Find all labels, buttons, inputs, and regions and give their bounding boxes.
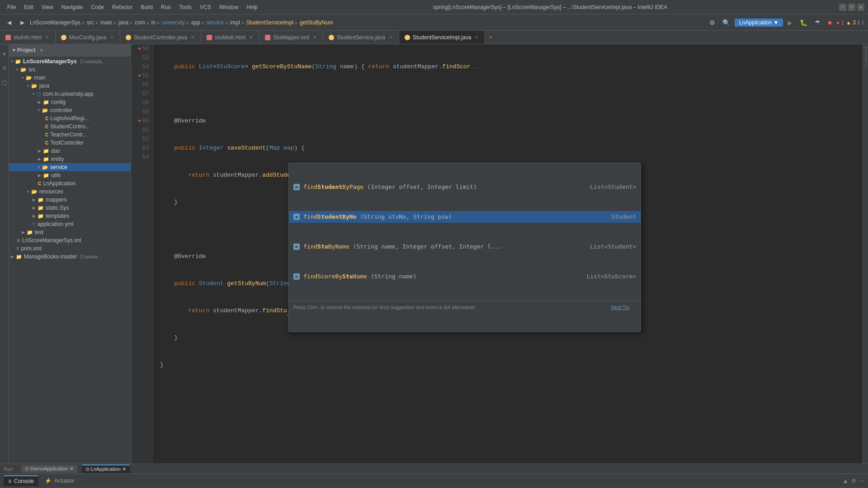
project-dropdown[interactable]: ▼: [39, 48, 44, 53]
tree-entity[interactable]: ▶ 📁 entity: [9, 155, 131, 163]
menu-edit[interactable]: Edit: [20, 2, 37, 12]
tab-studentcontroller[interactable]: StudentController.java ✕: [120, 31, 201, 44]
tree-java[interactable]: ▾ 📂 java: [9, 82, 131, 90]
code-content[interactable]: public List<StuScore> getScoreByStuName(…: [153, 44, 863, 464]
ac-item-findstu byname[interactable]: m findStuByName (String name, Integer of…: [289, 241, 641, 253]
breadcrumb-src[interactable]: src: [87, 19, 94, 26]
run-close-icon[interactable]: —: [859, 478, 864, 484]
menu-vcs[interactable]: VCS: [196, 2, 215, 12]
more-tabs-button[interactable]: »: [485, 32, 496, 42]
coverage-button[interactable]: ☂: [812, 18, 823, 28]
breadcrumb-method[interactable]: getStuByNum: [300, 19, 333, 26]
run-settings-icon[interactable]: ⚙: [851, 478, 856, 484]
code-editor[interactable]: ●50 53 54 ●55 56 57 58 59 ●60 61 62 63 6…: [131, 44, 863, 464]
tree-testcontroller[interactable]: C TestController: [9, 139, 131, 147]
tree-resources[interactable]: ▾ 📂 resources: [9, 188, 131, 196]
breadcrumb-java[interactable]: java: [118, 19, 128, 26]
tree-pomxml[interactable]: X pom.xml: [9, 244, 131, 253]
tree-test[interactable]: ▶ 📁 test: [9, 228, 131, 236]
tree-label: config: [51, 99, 66, 105]
favorites-icon[interactable]: ★: [0, 48, 8, 59]
tab-close[interactable]: ✕: [44, 34, 50, 41]
menu-navigate[interactable]: Navigate: [58, 2, 86, 12]
tree-loginandregi[interactable]: C LoginAndRegi...: [9, 114, 131, 122]
tab-stumodi[interactable]: stuModi.html ✕: [201, 31, 259, 44]
debug-button[interactable]: 🐛: [797, 18, 810, 28]
minimize-button[interactable]: ─: [839, 4, 846, 11]
breadcrumb-impl[interactable]: impl: [230, 19, 240, 26]
autocomplete-popup[interactable]: m findStudentByPage (Integer offset, Int…: [288, 163, 641, 332]
tab-studentservice[interactable]: StudentService.java ✕: [323, 31, 399, 44]
breadcrumb-ln[interactable]: ln: [151, 19, 156, 26]
tree-studentcontro[interactable]: C StudentContro...: [9, 122, 131, 131]
forward-button[interactable]: ▶: [17, 18, 28, 28]
breadcrumb-app[interactable]: app: [191, 19, 200, 26]
menu-code[interactable]: Code: [87, 2, 108, 12]
menu-help[interactable]: Help: [243, 2, 261, 12]
tree-dao[interactable]: ▶ 📁 dao: [9, 147, 131, 155]
run-subtab-console[interactable]: ≡ Console: [4, 475, 38, 486]
structure-icon[interactable]: ≡: [0, 63, 8, 74]
search-button[interactable]: 🔍: [720, 18, 733, 28]
menu-window[interactable]: Window: [216, 2, 242, 12]
tree-teachercontr[interactable]: C TeacherContr...: [9, 131, 131, 139]
menu-tools[interactable]: Tools: [175, 2, 195, 12]
run-up-button[interactable]: ▲: [842, 477, 849, 484]
tree-service[interactable]: ▾ 📂 service: [9, 163, 131, 171]
tab-close[interactable]: ✕: [312, 34, 317, 41]
breadcrumb-com[interactable]: com: [135, 19, 145, 26]
tree-config[interactable]: ▶ 📁 config: [9, 98, 131, 106]
close-button[interactable]: ✕: [857, 4, 864, 11]
menu-refactor[interactable]: Refactor: [108, 2, 136, 12]
tab-stuinfo[interactable]: stuInfo.html ✕: [0, 31, 56, 44]
tab-close[interactable]: ✕: [190, 34, 195, 41]
ac-settings-icon[interactable]: ⋮: [631, 303, 636, 312]
tree-com-ln[interactable]: ▾ ⬡ com.ln.university.app: [9, 90, 131, 98]
tab-close[interactable]: ✕: [248, 34, 254, 41]
breadcrumb-main[interactable]: main: [100, 19, 112, 26]
menu-view[interactable]: View: [38, 2, 57, 12]
tree-main[interactable]: ▾ 📂 main: [9, 74, 131, 82]
run-config-dropdown[interactable]: LnApplication ▼: [735, 19, 783, 27]
menu-build[interactable]: Build: [137, 2, 156, 12]
run-subtab-actuator[interactable]: ⚡ Actuator: [40, 476, 79, 486]
settings-button[interactable]: ⚙: [707, 18, 718, 28]
breadcrumb-project[interactable]: LnScoreManagerSys: [30, 19, 80, 26]
tab-studentserviceimpl[interactable]: StudentServiceImpl.java ✕: [399, 31, 485, 44]
ac-item-findstudentbypage[interactable]: m findStudentByPage (Integer offset, Int…: [289, 181, 641, 193]
bookmark-icon[interactable]: ⬡: [0, 77, 9, 89]
next-tip-link[interactable]: Next Tip: [611, 303, 629, 312]
tab-stumapper[interactable]: StuMapper.xml ✕: [259, 31, 323, 44]
tree-label: com.ln.university.app: [43, 91, 94, 97]
error-bar: Run: ⊙ DemoApplication ✕ ⊙ LnApplication…: [0, 464, 868, 474]
tree-templates[interactable]: ▶ 📁 templates: [9, 212, 131, 220]
back-button[interactable]: ◀: [4, 18, 15, 28]
tree-src[interactable]: ▾ 📂 src: [9, 66, 131, 74]
project-header[interactable]: ▾ Project ▼: [9, 44, 131, 56]
breadcrumb-service[interactable]: service: [207, 19, 224, 26]
ac-item-findstudentbyno[interactable]: m findStudentByNo (String stuNo, String …: [289, 211, 641, 223]
run-play-button[interactable]: ▶: [785, 18, 795, 28]
tree-application-yml[interactable]: Y application.yml: [9, 220, 131, 228]
tree-mappers[interactable]: ▶ 📁 mappers: [9, 196, 131, 204]
maximize-button[interactable]: □: [848, 4, 855, 11]
run-tab-demo[interactable]: ⊙ DemoApplication ✕: [21, 465, 77, 473]
run-tab-ln[interactable]: ⊙ LnApplication ✕: [82, 465, 130, 473]
tab-close[interactable]: ✕: [109, 34, 114, 41]
tree-static-sys[interactable]: ▶ 📁 static.Sys: [9, 204, 131, 212]
tab-mvcconfig[interactable]: MvcConfig.java ✕: [56, 31, 120, 44]
tree-lnapplication[interactable]: C LnApplication: [9, 179, 131, 188]
tab-close[interactable]: ✕: [474, 34, 479, 41]
tree-managebooks[interactable]: ▶ 📁 ManageBooks-master D:\worke...: [9, 253, 131, 261]
menu-file[interactable]: File: [4, 2, 19, 12]
menu-run[interactable]: Run: [157, 2, 175, 12]
tree-utils[interactable]: ▶ 📁 utils: [9, 171, 131, 179]
stop-button[interactable]: ■: [825, 18, 834, 28]
tree-lnscoremanagersys[interactable]: ▾ 📁 LnScoreManagerSys D:\workpla...: [9, 57, 131, 66]
breadcrumb-class[interactable]: StudentServiceImpl: [246, 19, 293, 26]
ac-item-findscorebystuname[interactable]: m findScoreByStuName (String name) List<…: [289, 271, 641, 282]
tree-iml[interactable]: ⚙ LnScoreManagerSys.iml: [9, 236, 131, 244]
tree-controller[interactable]: ▾ 📂 controller: [9, 106, 131, 114]
tab-close[interactable]: ✕: [388, 34, 393, 41]
breadcrumb-university[interactable]: university: [162, 19, 185, 26]
